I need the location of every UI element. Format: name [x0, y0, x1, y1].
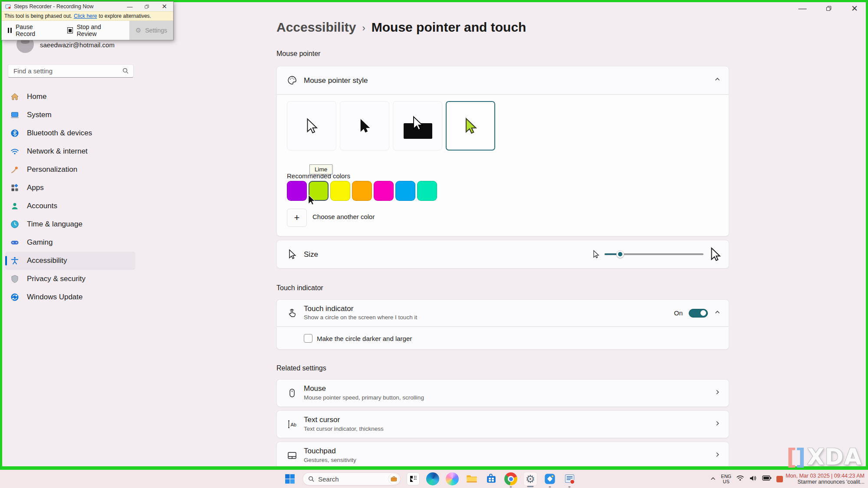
choose-color-button[interactable]: +: [287, 209, 307, 227]
copilot-button[interactable]: [445, 472, 459, 486]
bluetooth-icon: [10, 129, 19, 138]
svg-text:Ab: Ab: [291, 422, 296, 427]
news-widget[interactable]: Mon, Mar 03 2025 | 09:44:23 AM Starmer a…: [776, 473, 865, 485]
pause-record-button[interactable]: Pause Record: [2, 21, 57, 40]
battery-icon[interactable]: [762, 475, 772, 483]
microsoft-store-button[interactable]: [484, 472, 498, 486]
pointer-size-slider[interactable]: [605, 250, 704, 259]
sidebar-item-time-language[interactable]: Time & language: [5, 215, 135, 233]
chrome-icon: [504, 472, 517, 485]
chevron-right-icon[interactable]: [714, 420, 721, 429]
darker-circle-checkbox[interactable]: [304, 334, 312, 343]
search-input[interactable]: [8, 67, 122, 75]
minimize-icon[interactable]: —: [796, 3, 809, 14]
wifi-icon[interactable]: [736, 475, 744, 483]
chrome-button[interactable]: [504, 472, 518, 486]
news-headline: Starmer announces 'coalit...: [797, 479, 865, 485]
mouse-pointer-section-label: Mouse pointer: [276, 50, 320, 58]
recall-icon: [407, 472, 420, 485]
volume-icon[interactable]: [749, 475, 757, 483]
slider-thumb[interactable]: [616, 250, 624, 258]
sidebar-item-accounts[interactable]: Accounts: [5, 197, 135, 215]
pointer-style-white[interactable]: [287, 101, 336, 151]
recorder-close-icon[interactable]: ✕: [161, 3, 167, 10]
steps-recorder-window: Steps Recorder - Recording Now — ✕ This …: [1, 1, 174, 40]
choose-another-color-label: Choose another color: [312, 213, 375, 220]
related-touchpad-row[interactable]: Touchpad Gestures, sensitivity: [276, 442, 729, 469]
sidebar-item-personalization[interactable]: Personalization: [5, 160, 135, 179]
sidebar-item-gaming[interactable]: Gaming: [5, 233, 135, 252]
sidebar-item-label: Network & internet: [27, 147, 88, 156]
tray-chevron-up-icon[interactable]: [710, 475, 716, 483]
color-swatch-blue[interactable]: [395, 181, 415, 201]
sidebar-item-system[interactable]: System: [5, 106, 135, 124]
recall-app-button[interactable]: [406, 472, 420, 486]
sidebar-item-windows-update[interactable]: Windows Update: [5, 288, 135, 306]
copilot-icon: [446, 472, 459, 485]
sidebar-item-label: Accessibility: [27, 256, 67, 265]
steps-recorder-taskbar-button[interactable]: [562, 472, 576, 486]
file-explorer-button[interactable]: [465, 472, 479, 486]
sidebar-item-accessibility[interactable]: Accessibility: [5, 252, 135, 270]
touch-indicator-toggle[interactable]: [689, 309, 708, 318]
mouse-pointer-style-body: Recommended colors Lime + Choose another…: [276, 95, 729, 236]
steps-recorder-titlebar[interactable]: Steps Recorder - Recording Now — ✕: [2, 2, 173, 11]
chevron-right-icon[interactable]: [714, 389, 721, 397]
mouse-pointer-style-row[interactable]: Mouse pointer style: [276, 66, 729, 95]
photos-button[interactable]: [543, 472, 557, 486]
related-settings-label: Related settings: [276, 364, 326, 372]
recorder-minimize-icon[interactable]: —: [127, 3, 132, 10]
restore-icon[interactable]: [822, 3, 835, 14]
privacy-icon: [10, 275, 19, 283]
color-swatch-purple[interactable]: [287, 181, 307, 201]
settings-taskbar-button[interactable]: ⚙: [523, 472, 537, 486]
sidebar-item-bluetooth-devices[interactable]: Bluetooth & devices: [5, 124, 135, 142]
chevron-up-icon[interactable]: [714, 309, 721, 318]
xda-watermark: [ ] XDA: [786, 444, 862, 470]
breadcrumb-separator-icon: ›: [362, 21, 365, 34]
breadcrumb-parent[interactable]: Accessibility: [276, 20, 356, 35]
page-title: Mouse pointer and touch: [372, 20, 526, 35]
cursor-icon: [287, 249, 297, 259]
sidebar-item-label: Time & language: [27, 220, 82, 229]
related-mouse-title: Mouse: [304, 384, 326, 393]
color-swatch-turquoise[interactable]: [417, 181, 437, 201]
color-swatch-magenta[interactable]: [374, 181, 394, 201]
pointer-style-custom[interactable]: [446, 101, 495, 151]
chevron-right-icon[interactable]: [714, 451, 721, 460]
file-explorer-icon: [466, 473, 478, 485]
related-text-cursor-title: Text cursor: [304, 416, 340, 424]
search-icon: [122, 68, 129, 74]
touch-indicator-section-label: Touch indicator: [276, 284, 323, 292]
related-text-cursor-subtitle: Text cursor indicator, thickness: [304, 426, 384, 432]
click-here-link[interactable]: Click here: [74, 13, 97, 19]
taskbar-search[interactable]: Search: [302, 472, 401, 485]
sidebar-item-privacy-security[interactable]: Privacy & security: [5, 270, 135, 288]
touch-indicator-subtitle: Show a circle on the screen where I touc…: [304, 314, 417, 321]
network-icon: [10, 147, 19, 156]
related-mouse-subtitle: Mouse pointer speed, primary button, scr…: [304, 394, 424, 401]
recorder-settings-button: ⚙ Settings: [129, 21, 173, 40]
language-indicator[interactable]: ENG US: [721, 474, 731, 484]
account-email: saeedwazir@hotmail.com: [40, 41, 115, 49]
chevron-up-icon[interactable]: [714, 76, 721, 85]
color-swatch-yellow[interactable]: [330, 181, 350, 201]
datetime-label: Mon, Mar 03 2025 | 09:44:23 AM: [786, 473, 865, 479]
edge-button[interactable]: [426, 472, 440, 486]
sidebar-item-home[interactable]: Home: [5, 88, 135, 106]
pointer-style-inverted[interactable]: [393, 101, 442, 151]
sidebar-item-network-internet[interactable]: Network & internet: [5, 142, 135, 160]
find-setting-searchbox[interactable]: [8, 64, 134, 78]
recorder-restore-icon[interactable]: [145, 4, 149, 9]
related-text-cursor-row[interactable]: Ab Text cursor Text cursor indicator, th…: [276, 410, 729, 438]
pointer-style-black[interactable]: [340, 101, 389, 151]
color-swatch-orange[interactable]: [352, 181, 372, 201]
close-icon[interactable]: ✕: [848, 3, 861, 14]
stop-icon: [67, 27, 73, 33]
start-button[interactable]: [283, 472, 297, 486]
stop-and-review-button[interactable]: Stop and Review: [61, 21, 125, 40]
news-icon: [776, 476, 783, 482]
sidebar-item-label: Windows Update: [27, 293, 83, 301]
related-mouse-row[interactable]: Mouse Mouse pointer speed, primary butto…: [276, 379, 729, 407]
sidebar-item-apps[interactable]: Apps: [5, 179, 135, 197]
